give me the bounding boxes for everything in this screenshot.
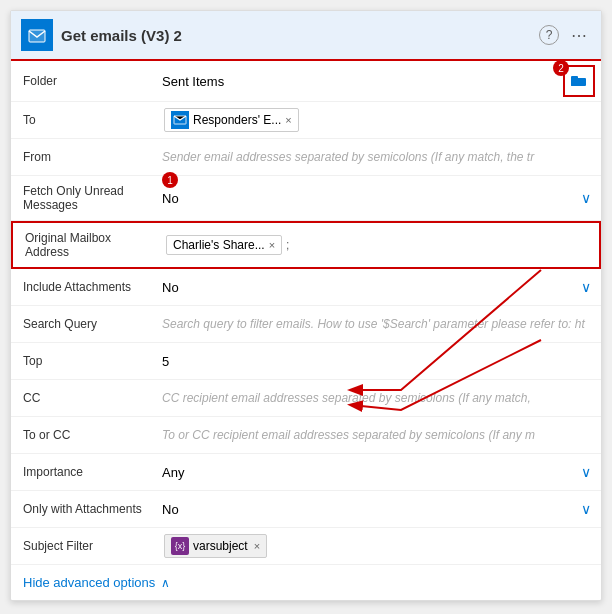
top-value[interactable]: 5: [156, 343, 601, 379]
fetch-unread-row: Fetch Only Unread Messages No ∨ 1: [11, 176, 601, 221]
search-query-value[interactable]: Search query to filter emails. How to us…: [156, 306, 601, 342]
fetch-unread-arrow[interactable]: ∨: [577, 190, 595, 206]
from-placeholder: Sender email addresses separated by semi…: [162, 150, 534, 164]
search-query-label: Search Query: [11, 306, 156, 342]
include-attachments-value[interactable]: No ∨: [156, 269, 601, 305]
only-with-attachments-dropdown: No ∨: [162, 501, 595, 517]
importance-arrow[interactable]: ∨: [577, 464, 595, 480]
fetch-unread-badge: 1: [162, 172, 178, 188]
to-chip: Responders' E... ×: [164, 108, 299, 132]
cc-placeholder: CC recipient email addresses separated b…: [162, 391, 531, 405]
from-label: From: [11, 139, 156, 175]
folder-value: Sent Items 2: [156, 61, 601, 101]
app-icon: [21, 19, 53, 51]
to-value[interactable]: Responders' E... ×: [156, 102, 601, 138]
from-value[interactable]: Sender email addresses separated by semi…: [156, 139, 601, 175]
importance-row: Importance Any ∨: [11, 454, 601, 491]
get-emails-card: Get emails (V3) 2 ? ⋯ Folder Sent Items …: [10, 10, 602, 601]
subject-filter-chip: {x} varsubject ×: [164, 534, 267, 558]
include-attachments-dropdown: No ∨: [162, 279, 595, 295]
to-label: To: [11, 102, 156, 138]
original-mailbox-chip-close[interactable]: ×: [269, 239, 275, 251]
subject-filter-chip-close[interactable]: ×: [254, 540, 260, 552]
to-row: To Responders' E... ×: [11, 102, 601, 139]
only-with-attachments-row: Only with Attachments No ∨: [11, 491, 601, 528]
importance-label: Importance: [11, 454, 156, 490]
original-mailbox-row: Original Mailbox Address Charlie's Share…: [11, 221, 601, 269]
folder-row: Folder Sent Items 2: [11, 61, 601, 102]
svg-rect-1: [29, 30, 45, 42]
top-label: Top: [11, 343, 156, 379]
only-with-attachments-label: Only with Attachments: [11, 491, 156, 527]
original-mailbox-chip: Charlie's Share... ×: [166, 235, 282, 255]
chip-responders-icon: [171, 111, 189, 129]
varsubject-icon: {x}: [171, 537, 189, 555]
subject-filter-value[interactable]: {x} varsubject ×: [156, 528, 601, 564]
chevron-up-icon: ∧: [161, 576, 170, 590]
to-or-cc-value[interactable]: To or CC recipient email addresses separ…: [156, 417, 601, 453]
original-mailbox-value[interactable]: Charlie's Share... × ;: [158, 223, 599, 267]
only-with-attachments-arrow[interactable]: ∨: [577, 501, 595, 517]
only-with-attachments-value[interactable]: No ∨: [156, 491, 601, 527]
cc-label: CC: [11, 380, 156, 416]
help-button[interactable]: ?: [539, 25, 559, 45]
svg-rect-4: [571, 78, 586, 86]
to-or-cc-row: To or CC To or CC recipient email addres…: [11, 417, 601, 454]
include-attachments-label: Include Attachments: [11, 269, 156, 305]
header-actions: ? ⋯: [539, 23, 591, 47]
fetch-unread-value[interactable]: No ∨ 1: [156, 176, 601, 220]
more-button[interactable]: ⋯: [567, 23, 591, 47]
card-header: Get emails (V3) 2 ? ⋯: [11, 11, 601, 61]
to-chip-close[interactable]: ×: [285, 114, 291, 126]
original-mailbox-label: Original Mailbox Address: [13, 223, 158, 267]
fetch-unread-dropdown: No ∨: [162, 190, 595, 206]
include-attachments-row: Include Attachments No ∨: [11, 269, 601, 306]
search-query-row: Search Query Search query to filter emai…: [11, 306, 601, 343]
search-query-placeholder: Search query to filter emails. How to us…: [162, 317, 585, 331]
include-attachments-arrow[interactable]: ∨: [577, 279, 595, 295]
folder-badge: 2: [553, 60, 569, 76]
cc-row: CC CC recipient email addresses separate…: [11, 380, 601, 417]
card-body: Folder Sent Items 2 To: [11, 61, 601, 565]
to-or-cc-placeholder: To or CC recipient email addresses separ…: [162, 428, 535, 442]
top-row: Top 5: [11, 343, 601, 380]
cc-value[interactable]: CC recipient email addresses separated b…: [156, 380, 601, 416]
subject-filter-label: Subject Filter: [11, 528, 156, 564]
importance-value[interactable]: Any ∨: [156, 454, 601, 490]
importance-dropdown: Any ∨: [162, 464, 595, 480]
from-row: From Sender email addresses separated by…: [11, 139, 601, 176]
to-or-cc-label: To or CC: [11, 417, 156, 453]
card-title: Get emails (V3) 2: [61, 27, 539, 44]
hide-advanced-button[interactable]: Hide advanced options ∧: [11, 565, 601, 600]
subject-filter-row: Subject Filter {x} varsubject ×: [11, 528, 601, 565]
fetch-unread-label: Fetch Only Unread Messages: [11, 176, 156, 220]
folder-label: Folder: [11, 61, 156, 101]
